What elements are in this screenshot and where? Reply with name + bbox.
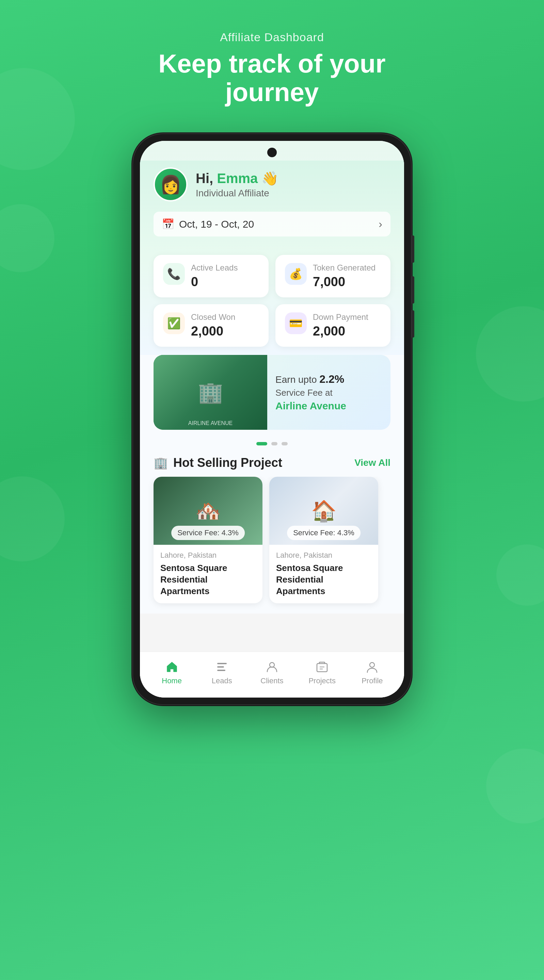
clients-icon (265, 660, 279, 674)
closed-won-info: Closed Won 2,000 (191, 312, 235, 339)
promo-project-name: Airline Avenue (275, 400, 382, 412)
active-leads-icon: 📞 (163, 263, 185, 285)
date-range-bar[interactable]: 📅 Oct, 19 - Oct, 20 › (153, 212, 391, 237)
chevron-right-icon: › (378, 218, 382, 231)
service-fee-badge-2: Service Fee: 4.3% (287, 526, 361, 540)
phone-inner: 👩 Hi, Emma 👋 Individual Affiliate 📅 (140, 141, 404, 698)
avatar: 👩 (153, 167, 188, 202)
project-info-2: Lahore, Pakistan Sentosa Square Resident… (269, 545, 378, 603)
view-all-button[interactable]: View All (354, 457, 391, 468)
calendar-icon: 📅 (162, 218, 174, 230)
down-payment-label: Down Payment (313, 312, 369, 322)
svg-rect-2 (217, 670, 225, 671)
user-info: Hi, Emma 👋 Individual Affiliate (196, 170, 278, 199)
phone-frame: 👩 Hi, Emma 👋 Individual Affiliate 📅 (132, 134, 412, 705)
active-leads-label: Active Leads (191, 263, 238, 272)
nav-item-profile[interactable]: Profile (355, 660, 389, 685)
bottom-nav: Home Leads (140, 652, 404, 698)
stats-grid: 📞 Active Leads 0 💰 Token Generat (140, 255, 404, 355)
date-range-left: 📅 Oct, 19 - Oct, 20 (162, 218, 254, 230)
nav-label-leads: Leads (212, 676, 232, 685)
project-card-1[interactable]: 🏘️ Service Fee: 4.3% Lahore, Pakistan Se… (153, 477, 262, 603)
service-fee-badge-1: Service Fee: 4.3% (171, 526, 245, 540)
stat-card-down-payment: 💳 Down Payment 2,000 (275, 304, 391, 347)
user-row: 👩 Hi, Emma 👋 Individual Affiliate (153, 167, 391, 202)
project-location-1: Lahore, Pakistan (160, 551, 256, 560)
promo-fee-text: Service Fee at (275, 388, 382, 398)
phone-content: 👩 Hi, Emma 👋 Individual Affiliate 📅 (140, 161, 404, 698)
camera-dot (267, 148, 277, 157)
camera-area (140, 141, 404, 161)
page-header: Affiliate Dashboard Keep track of your j… (119, 0, 425, 106)
bg-decoration-6 (486, 749, 544, 824)
nav-item-leads[interactable]: Leads (205, 660, 239, 685)
page-subtitle: Affiliate Dashboard (119, 30, 425, 44)
closed-won-value: 2,000 (191, 324, 235, 339)
project-name-2: Sentosa Square Residential Apartments (276, 563, 372, 597)
dot-1[interactable] (256, 442, 267, 445)
avatar-image: 👩 (160, 174, 182, 195)
project-image-2: 🏠 Service Fee: 4.3% (269, 477, 378, 545)
promo-img-label: AIRLINE AVENUE (188, 420, 233, 426)
down-payment-value: 2,000 (313, 324, 369, 339)
stat-card-token-generated: 💰 Token Generated 7,000 (275, 255, 391, 298)
user-role: Individual Affiliate (196, 188, 278, 199)
nav-label-profile: Profile (362, 676, 383, 685)
promo-content: Earn upto 2.2% Service Fee at Airline Av… (267, 355, 391, 430)
greeting-text: Hi, Emma 👋 (196, 170, 278, 186)
promo-earn-text: Earn upto (275, 374, 317, 385)
bg-decoration-4 (476, 306, 544, 401)
nav-item-projects[interactable]: Projects (305, 660, 339, 685)
projects-icon (315, 660, 329, 674)
promo-img-placeholder (153, 355, 267, 430)
closed-won-icon: ✅ (163, 312, 185, 334)
bg-decoration-3 (0, 476, 65, 562)
building-icon: 🏢 (153, 456, 168, 469)
carousel-dots (140, 439, 404, 452)
svg-point-7 (370, 662, 375, 667)
leads-icon (215, 660, 229, 674)
down-payment-icon: 💳 (285, 312, 307, 334)
date-range-text: Oct, 19 - Oct, 20 (179, 218, 254, 230)
project-card-2[interactable]: 🏠 Service Fee: 4.3% Lahore, Pakistan Sen… (269, 477, 378, 603)
project-name-1: Sentosa Square Residential Apartments (160, 563, 256, 597)
projects-row: 🏘️ Service Fee: 4.3% Lahore, Pakistan Se… (140, 477, 404, 613)
dot-3[interactable] (282, 442, 288, 445)
nav-item-home[interactable]: Home (155, 660, 189, 685)
project-info-1: Lahore, Pakistan Sentosa Square Resident… (153, 545, 262, 603)
nav-label-clients: Clients (260, 676, 283, 685)
svg-rect-0 (217, 663, 227, 664)
bg-decoration-1 (0, 68, 75, 170)
active-leads-value: 0 (191, 275, 238, 289)
user-header: 👩 Hi, Emma 👋 Individual Affiliate 📅 (140, 161, 404, 255)
promo-card[interactable]: AIRLINE AVENUE Earn upto 2.2% Service Fe… (153, 355, 391, 430)
home-icon (165, 660, 179, 674)
closed-won-label: Closed Won (191, 312, 235, 322)
hot-selling-title: Hot Selling Project (173, 456, 282, 470)
section-header: 🏢 Hot Selling Project View All (140, 452, 404, 477)
promo-earn: Earn upto 2.2% (275, 373, 382, 385)
nav-item-clients[interactable]: Clients (255, 660, 289, 685)
stat-card-closed-won: ✅ Closed Won 2,000 (153, 304, 269, 347)
nav-label-projects: Projects (308, 676, 335, 685)
token-generated-value: 7,000 (313, 275, 375, 289)
promo-image: AIRLINE AVENUE (153, 355, 267, 430)
nav-label-home: Home (162, 676, 182, 685)
bg-decoration-5 (496, 544, 544, 606)
down-payment-info: Down Payment 2,000 (313, 312, 369, 339)
bg-decoration-2 (0, 204, 54, 272)
token-generated-label: Token Generated (313, 263, 375, 272)
dot-2[interactable] (271, 442, 278, 445)
page-title: Keep track of your journey (119, 49, 425, 106)
token-generated-info: Token Generated 7,000 (313, 263, 375, 289)
token-generated-icon: 💰 (285, 263, 307, 285)
stat-card-active-leads: 📞 Active Leads 0 (153, 255, 269, 298)
project-location-2: Lahore, Pakistan (276, 551, 372, 560)
user-name: Emma (217, 171, 258, 186)
svg-rect-4 (317, 663, 327, 672)
profile-icon (365, 660, 379, 674)
active-leads-info: Active Leads 0 (191, 263, 238, 289)
section-title-row: 🏢 Hot Selling Project (153, 456, 282, 470)
phone-wrapper: 👩 Hi, Emma 👋 Individual Affiliate 📅 (132, 134, 412, 705)
promo-section: AIRLINE AVENUE Earn upto 2.2% Service Fe… (140, 355, 404, 439)
